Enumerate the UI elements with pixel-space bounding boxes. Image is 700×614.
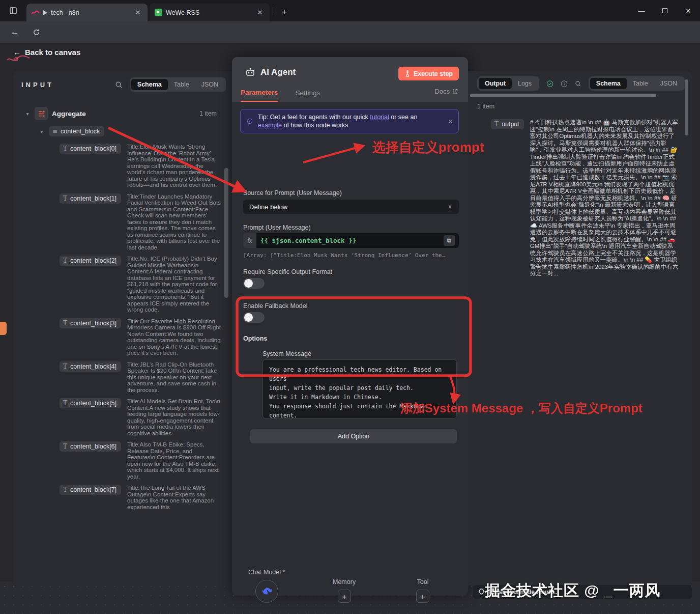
tab-parameters[interactable]: Parameters [241,83,278,102]
root-node-name[interactable]: Aggregate [52,110,86,118]
output-horizontal-scrollbar[interactable] [470,94,656,97]
tab-actions-button[interactable] [6,5,20,17]
field-pill[interactable]: Tcontent_block[6] [60,441,121,452]
input-panel: INPUT Schema Table JSON ▾ Aggregate 1 it… [13,71,232,587]
field-pill[interactable]: Tcontent_block[5] [60,398,121,408]
back-button[interactable]: ← [7,24,22,40]
schema-item-row: Tcontent_block[6] Title:Also TM-B Ebike:… [60,441,224,480]
canvas-node-decoration [6,52,31,65]
parameters-panel: Tip: Get a feel for agents with our quic… [232,102,468,550]
example-link[interactable]: example [258,122,282,129]
field-pill[interactable]: Tcontent_block[1] [60,193,121,204]
source-for-prompt-select[interactable]: Define below ▼ [243,200,459,214]
tip-banner: Tip: Get a feel for agents with our quic… [240,109,459,133]
output-value: # 今日科技热点速递\n \n ## 🤖 马斯克欲加强对"机器人军团"控制\n … [530,119,679,277]
minimize-button[interactable]: — [630,0,653,21]
memory-label: Memory [333,578,356,585]
tab-divider [273,7,273,15]
system-message-label: System Message [262,350,311,357]
chat-model-connector: Chat Model * [248,569,285,603]
success-check-icon [546,79,553,88]
prompt-expression-field[interactable]: fx {{ $json.content_block }} ⧉ [243,233,459,248]
dialog-tabs: Parameters Settings [232,83,468,102]
refresh-button[interactable] [28,24,44,40]
tab-wewe-rss[interactable]: WeWe RSS ✕ [150,4,270,21]
fx-icon: fx [243,233,256,248]
tab-tech-n8n[interactable]: tech - n8n ✕ [26,4,148,21]
tool-label: Tool [417,578,429,585]
execute-step-button[interactable]: Execute step [398,67,459,80]
expand-expression-icon[interactable]: ⧉ [444,235,455,246]
field-pill[interactable]: Tcontent_block[0] [60,144,121,154]
chevron-down-icon: ▼ [447,204,453,210]
require-output-format-toggle[interactable] [243,278,265,289]
address-bar: ← localhost:5679/workflow/72RoUZftlePXE4… [0,21,700,43]
field-pill[interactable]: Tcontent_block[7] [60,485,121,495]
add-tool-button[interactable]: + [416,590,429,603]
canvas-pinned-handle[interactable] [0,322,7,335]
tab-table[interactable]: Table [627,78,654,89]
deepseek-model-node[interactable] [255,580,278,603]
prompt-label: Prompt (User Message) [243,224,311,231]
close-tab-icon[interactable]: ✕ [255,8,265,17]
search-icon[interactable] [575,80,581,88]
maximize-icon [662,8,667,13]
text-type-icon: T [63,400,67,407]
text-type-icon: T [63,486,67,493]
field-pill[interactable]: Tcontent_block[2] [60,256,121,266]
tab-settings[interactable]: Settings [296,83,320,102]
close-tab-icon[interactable]: ✕ [133,8,142,17]
schema-item-row: Tcontent_block[7] Title:The Long Tail of… [60,485,224,510]
add-memory-button[interactable]: + [338,590,351,603]
docs-link[interactable]: Docs [434,88,458,95]
output-field-row: Toutput # 今日科技热点速递\n \n ## 🤖 马斯克欲加强对"机器人… [491,119,679,277]
chevron-down-icon[interactable]: ▾ [39,129,45,134]
add-option-button[interactable]: Add Option [250,429,457,443]
chat-model-label: Chat Model * [248,569,285,576]
field-pill[interactable]: Tcontent_block[3] [60,318,121,328]
n8n-app-background: ← Back to canvas INPUT Schema Table JSON… [0,43,700,614]
new-tab-button[interactable]: + [278,6,291,19]
maximize-button[interactable] [653,0,677,21]
tab-json[interactable]: JSON [654,78,683,89]
text-type-icon: T [63,145,67,152]
tab-title: WeWe RSS [166,9,199,16]
dismiss-tip-icon[interactable]: ✕ [448,118,453,125]
info-icon[interactable] [561,79,568,88]
field-pill[interactable]: Tcontent_block[4] [60,361,121,372]
tab-table[interactable]: Table [168,79,195,90]
tab-schema[interactable]: Schema [131,79,168,90]
dialog-header: AI Agent Execute step Parameters Setting… [232,57,468,102]
schema-item-row: Tcontent_block[3] Title:Our Favorite Hig… [60,318,224,356]
field-pill[interactable]: Toutput [491,119,524,129]
tutorial-link[interactable]: tutorial [370,114,389,121]
field-value: Title:Tinder Launches Mandatory Facial V… [127,193,222,251]
deepseek-whale-icon [260,585,273,598]
tab-schema[interactable]: Schema [590,78,627,89]
tab-logs[interactable]: Logs [512,78,538,89]
tool-connector: Tool + [416,578,429,603]
input-scrollbar[interactable] [224,168,228,298]
output-scrollbar[interactable] [685,79,688,135]
tab-title: tech - n8n [51,9,79,16]
ai-agent-node-dialog: AI Agent Execute step Parameters Setting… [232,57,468,596]
output-logs-tabs: Output Logs [477,76,539,91]
text-type-icon: T [63,320,67,327]
group-pill[interactable]: ≡content_block [49,126,104,136]
tab-json[interactable]: JSON [195,79,224,90]
schema-item-row: Tcontent_block[2] Title:No, ICE (Probabl… [60,256,224,313]
text-type-icon: T [63,195,67,202]
options-label: Options [243,335,267,342]
output-item-count: 1 item [477,103,494,110]
tab-output[interactable]: Output [479,78,512,89]
info-icon [247,117,253,125]
search-icon[interactable] [115,81,123,89]
play-icon [43,10,47,15]
watermark: 掘金技术社区 @ _一两风 [485,580,661,601]
schema-item-row: Tcontent_block[5] Title:AI Models Get Br… [60,398,224,436]
enable-fallback-toggle[interactable] [243,312,265,323]
chevron-down-icon[interactable]: ▾ [24,111,31,117]
close-window-button[interactable]: ✕ [677,0,700,21]
text-type-icon: T [63,363,67,370]
node-title: AI Agent [260,67,296,77]
